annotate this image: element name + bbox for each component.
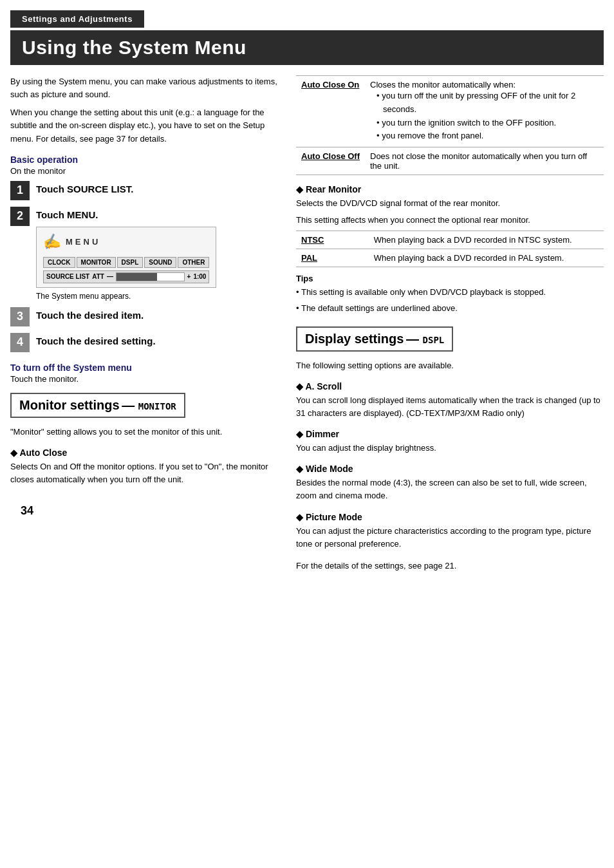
picture-mode-text: You can adjust the picture characteristi… <box>296 525 604 551</box>
auto-close-on-row: Auto Close On Closes the monitor automat… <box>296 76 604 147</box>
att-label: ATT <box>92 273 104 280</box>
auto-close-heading: Auto Close <box>10 448 281 458</box>
menu-icon-row: ✍ MENU <box>43 234 209 250</box>
bullet-3: you remove the front panel. <box>377 129 599 143</box>
menu-tab-sound: SOUND <box>144 257 176 268</box>
menu-tab-other: OTHER <box>178 257 209 268</box>
progress-bar-fill <box>116 273 157 281</box>
step-4-number: 4 <box>10 333 30 352</box>
auto-close-on-bullets: you turn off the unit by pressing OFF of… <box>370 90 599 143</box>
page: Settings and Adjustments Using the Syste… <box>0 0 614 868</box>
basic-operation-heading: Basic operation <box>10 155 281 165</box>
left-column: By using the System menu, you can make v… <box>10 75 281 580</box>
display-settings-dash: — <box>406 332 423 346</box>
pal-term: PAL <box>296 249 369 267</box>
step-4: 4 Touch the desired setting. <box>10 333 281 352</box>
step-1-text: Touch SOURCE LIST. <box>36 181 133 194</box>
menu-screenshot: ✍ MENU CLOCK MONITOR DSPL SOUND OTHER SO… <box>36 227 216 288</box>
content-area: By using the System menu, you can make v… <box>0 65 614 580</box>
source-list-label: SOURCE LIST <box>46 273 89 280</box>
display-settings-footer: For the details of the settings, see pag… <box>296 560 604 572</box>
display-settings-desc: The following setting options are availa… <box>296 359 604 372</box>
intro-para2: When you change the setting about this u… <box>10 106 281 145</box>
auto-close-off-desc: Does not close the monitor automatically… <box>365 147 604 175</box>
step-1-number: 1 <box>10 181 30 200</box>
menu-caption: The System menu appears. <box>36 292 216 301</box>
category-bar: Settings and Adjustments <box>10 10 144 28</box>
menu-word-label: MENU <box>66 237 100 247</box>
a-scroll-text: You can scroll long displayed items auto… <box>296 394 604 420</box>
menu-icon: ✍ <box>42 232 62 252</box>
bullet-1: you turn off the unit by pressing OFF of… <box>377 90 599 117</box>
step-3-number: 3 <box>10 307 30 326</box>
tip-1: This setting is available only when DVD/… <box>296 286 604 299</box>
step-1: 1 Touch SOURCE LIST. <box>10 181 281 200</box>
title-bar: Using the System Menu <box>10 30 604 65</box>
a-scroll-heading: A. Scroll <box>296 381 604 392</box>
category-label: Settings and Adjustments <box>22 14 133 24</box>
menu-bottom-bar: SOURCE LIST ATT — + 1:00 <box>43 270 209 283</box>
tips-heading: Tips <box>296 274 604 283</box>
display-settings-mono: DSPL <box>423 335 445 345</box>
monitor-settings-mono: MONITOR <box>138 401 176 411</box>
monitor-settings-desc: "Monitor" setting allows you to set the … <box>10 426 281 439</box>
bullet-2: you turn the ignition switch to the OFF … <box>377 117 599 130</box>
page-title: Using the System Menu <box>22 37 592 59</box>
auto-close-on-term: Auto Close On <box>296 76 365 147</box>
menu-tabs: CLOCK MONITOR DSPL SOUND OTHER <box>43 257 209 268</box>
rear-monitor-table: NTSC When playing back a DVD recorded in… <box>296 231 604 267</box>
ntsc-desc: When playing back a DVD recorded in NTSC… <box>369 231 604 249</box>
display-settings-section: Display settings — DSPL The following se… <box>296 326 604 572</box>
tip-2: The default settings are underlined abov… <box>296 302 604 315</box>
menu-tab-clock: CLOCK <box>43 257 75 268</box>
tips-section: Tips This setting is available only when… <box>296 274 604 314</box>
page-number: 34 <box>10 494 281 523</box>
rear-monitor-text1: Selects the DVD/VCD signal format of the… <box>296 197 604 210</box>
step-2: 2 Touch MENU. ✍ MENU CLOCK MONITOR DSPL <box>10 207 281 301</box>
wide-mode-heading: Wide Mode <box>296 464 604 474</box>
time-label: 1:00 <box>193 273 206 280</box>
pal-row: PAL When playing back a DVD recorded in … <box>296 249 604 267</box>
menu-tab-dspl: DSPL <box>117 257 144 268</box>
auto-close-off-term: Auto Close Off <box>296 147 365 175</box>
monitor-settings-box: Monitor settings — MONITOR <box>10 393 185 418</box>
rear-monitor-heading: Rear Monitor <box>296 184 604 194</box>
tips-list: This setting is available only when DVD/… <box>296 286 604 314</box>
auto-close-text: Selects On and Off the monitor options. … <box>10 460 281 486</box>
auto-close-on-desc: Closes the monitor automatically when: y… <box>365 76 604 147</box>
dimmer-heading: Dimmer <box>296 429 604 439</box>
monitor-settings-dash: — <box>122 398 138 412</box>
step-3: 3 Touch the desired item. <box>10 307 281 326</box>
monitor-settings-title: Monitor settings <box>19 398 120 412</box>
right-column: Auto Close On Closes the monitor automat… <box>296 75 604 580</box>
pal-desc: When playing back a DVD recorded in PAL … <box>369 249 604 267</box>
display-settings-title: Display settings <box>305 332 404 346</box>
auto-close-off-row: Auto Close Off Does not close the monito… <box>296 147 604 175</box>
step-2-text: Touch MENU. <box>36 207 216 220</box>
auto-close-table: Auto Close On Closes the monitor automat… <box>296 75 604 175</box>
ntsc-row: NTSC When playing back a DVD recorded in… <box>296 231 604 249</box>
minus-label: — <box>107 273 113 280</box>
step-2-number: 2 <box>10 207 30 226</box>
step-4-text: Touch the desired setting. <box>36 333 156 346</box>
wide-mode-text: Besides the normal mode (4:3), the scree… <box>296 476 604 502</box>
turn-off-heading: To turn off the System menu <box>10 363 281 373</box>
turn-off-text: Touch the monitor. <box>10 374 281 384</box>
intro-text: By using the System menu, you can make v… <box>10 75 281 146</box>
display-settings-box: Display settings — DSPL <box>296 326 453 352</box>
intro-para1: By using the System menu, you can make v… <box>10 75 281 101</box>
menu-tab-monitor: MONITOR <box>77 257 116 268</box>
dimmer-text: You can adjust the display brightness. <box>296 442 604 455</box>
rear-monitor-text2: This setting affects when you connect th… <box>296 214 604 227</box>
monitor-settings-section: Monitor settings — MONITOR "Monitor" set… <box>10 393 281 486</box>
progress-bar <box>116 272 185 281</box>
ntsc-term: NTSC <box>296 231 369 249</box>
on-monitor-subheading: On the monitor <box>10 166 281 176</box>
step-3-text: Touch the desired item. <box>36 307 144 321</box>
plus-label: + <box>187 273 191 280</box>
picture-mode-heading: Picture Mode <box>296 512 604 522</box>
